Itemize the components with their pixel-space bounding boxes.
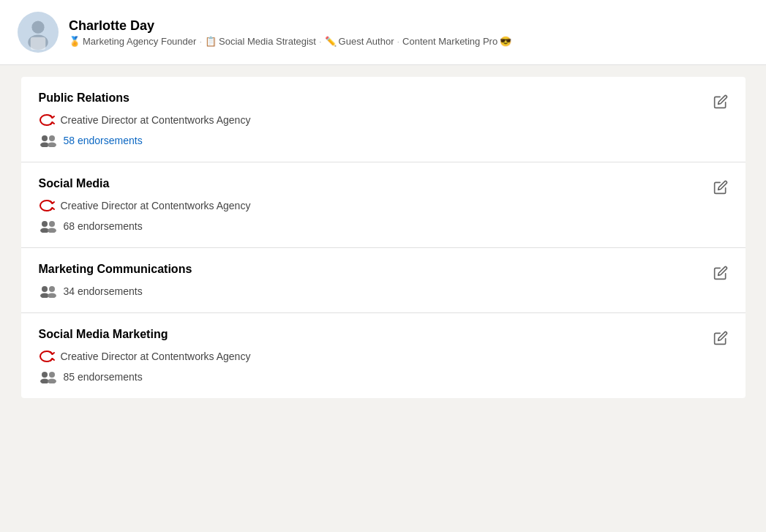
- endorsements-row-1: 58 endorsements: [39, 134, 728, 147]
- profile-subtitle: 🏅 Marketing Agency Founder · 📋 Social Me…: [69, 36, 511, 47]
- svg-point-16: [42, 372, 48, 378]
- svg-point-7: [48, 143, 56, 148]
- subtitle-separator-1: ·: [199, 36, 202, 47]
- endorsements-count-2: 68 endorsements: [64, 220, 143, 232]
- main-content: Public Relations Creative Director at Co…: [0, 65, 766, 410]
- skill-section-public-relations: Public Relations Creative Director at Co…: [21, 77, 746, 162]
- pen-icon: ✏️: [325, 36, 337, 47]
- company-label-1: Creative Director at Contentworks Agency: [61, 114, 251, 126]
- skill-meta-social-media-marketing: Creative Director at Contentworks Agency: [39, 350, 728, 363]
- people-icon-2: [39, 220, 58, 233]
- svg-point-4: [42, 135, 48, 141]
- endorsements-row-2: 68 endorsements: [39, 220, 728, 233]
- people-icon-1: [39, 134, 58, 147]
- endorsements-count-4: 85 endorsements: [64, 371, 143, 383]
- subtitle-separator-3: ·: [397, 36, 399, 47]
- svg-point-8: [42, 221, 48, 227]
- company-label-2: Creative Director at Contentworks Agency: [61, 200, 251, 211]
- svg-point-6: [49, 135, 55, 141]
- endorsements-link-1[interactable]: 58 endorsements: [64, 135, 143, 146]
- svg-point-18: [49, 372, 55, 378]
- subtitle-part-1: 🏅 Marketing Agency Founder: [69, 36, 196, 47]
- endorsement-arrow-icon-1: [39, 113, 55, 127]
- subtitle-separator-2: ·: [319, 36, 322, 47]
- skill-section-social-media-marketing: Social Media Marketing Creative Director…: [21, 313, 746, 398]
- profile-info: Charlotte Day 🏅 Marketing Agency Founder…: [69, 18, 511, 47]
- svg-point-14: [49, 286, 55, 292]
- profile-header: Charlotte Day 🏅 Marketing Agency Founder…: [0, 0, 766, 65]
- edit-marketing-communications-button[interactable]: [710, 263, 731, 285]
- company-label-4: Creative Director at Contentworks Agency: [61, 351, 251, 362]
- svg-point-10: [49, 221, 55, 227]
- svg-point-12: [42, 286, 48, 292]
- svg-point-15: [48, 293, 56, 299]
- endorsements-row-4: 85 endorsements: [39, 370, 728, 383]
- endorsement-arrow-icon-2: [39, 199, 55, 212]
- skill-title-social-media: Social Media: [39, 177, 728, 190]
- subtitle-part-3: ✏️ Guest Author: [325, 36, 394, 47]
- people-icon-3: [39, 285, 58, 298]
- edit-social-media-marketing-button[interactable]: [710, 328, 731, 351]
- profile-name: Charlotte Day: [69, 18, 511, 34]
- subtitle-part-2: 📋 Social Media Strategist: [205, 36, 316, 47]
- skill-section-marketing-communications: Marketing Communications 34 endorsements: [21, 248, 746, 313]
- edit-public-relations-button[interactable]: [710, 91, 731, 114]
- skill-meta-public-relations: Creative Director at Contentworks Agency: [39, 113, 728, 127]
- edit-social-media-button[interactable]: [710, 177, 731, 200]
- skill-title-social-media-marketing: Social Media Marketing: [39, 328, 728, 341]
- subtitle-part-4: Content Marketing Pro 😎: [402, 36, 511, 47]
- svg-point-1: [31, 21, 44, 34]
- skill-title-marketing-communications: Marketing Communications: [39, 263, 728, 276]
- endorsement-arrow-icon-4: [39, 350, 55, 363]
- medal-icon: 🏅: [69, 36, 80, 47]
- skill-section-social-media: Social Media Creative Director at Conten…: [21, 162, 746, 248]
- clipboard-icon: 📋: [205, 36, 217, 47]
- svg-point-11: [48, 228, 56, 233]
- svg-point-19: [48, 379, 56, 384]
- skills-card: Public Relations Creative Director at Co…: [21, 77, 746, 398]
- skill-title-public-relations: Public Relations: [39, 91, 728, 105]
- endorsements-row-3: 34 endorsements: [39, 285, 728, 298]
- endorsements-count-3: 34 endorsements: [64, 285, 143, 297]
- avatar: [18, 12, 59, 53]
- sunglasses-icon: 😎: [500, 36, 511, 47]
- content-pro-label: Content Marketing Pro: [402, 36, 497, 47]
- skill-meta-social-media: Creative Director at Contentworks Agency: [39, 199, 728, 212]
- people-icon-4: [39, 370, 58, 383]
- svg-rect-3: [31, 37, 46, 50]
